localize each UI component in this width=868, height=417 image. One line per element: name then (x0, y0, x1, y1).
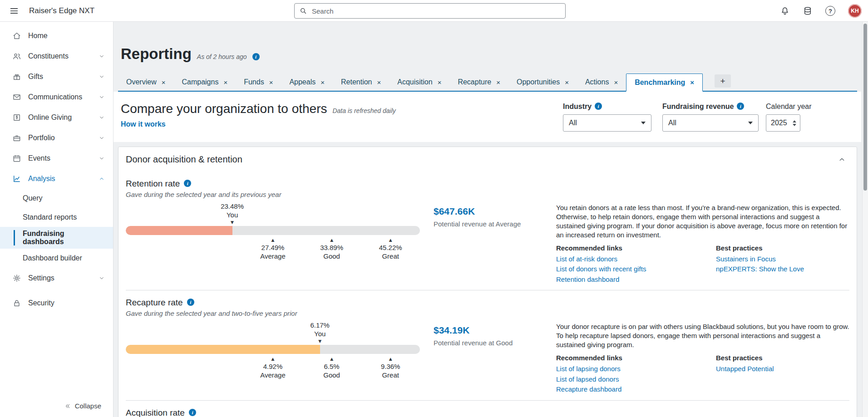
help-icon[interactable]: ? (825, 6, 835, 16)
best-practices-header: Best practices (716, 354, 774, 362)
chevron-down-icon (99, 74, 105, 80)
link-list-of-lapsed-donors[interactable]: List of lapsed donors (556, 375, 716, 384)
benchmark-section-acquisition: Acquisition rate i Gave first gift, or a… (118, 401, 857, 417)
sidebar-item-communications[interactable]: Communications (0, 87, 113, 107)
link-list-of-lapsing-donors[interactable]: List of lapsing donors (556, 364, 716, 373)
chevron-down-icon (99, 135, 105, 141)
sidebar-item-online-giving[interactable]: Online Giving (0, 107, 113, 128)
info-icon[interactable]: i (595, 103, 602, 110)
app-title: Raiser's Edge NXT (29, 6, 94, 15)
database-icon[interactable] (803, 6, 813, 16)
benchmark-chart: 6.17% You ▼ ▲ 4.92% Ave (126, 321, 420, 393)
potential-revenue-amount: $34.19K (434, 325, 542, 336)
double-chevron-left-icon (64, 403, 71, 409)
info-icon[interactable]: i (737, 103, 744, 110)
notifications-bell-icon[interactable] (780, 6, 790, 16)
tab-close-icon[interactable]: × (377, 78, 381, 86)
hamburger-menu-icon[interactable] (9, 6, 19, 16)
user-avatar[interactable]: KH (848, 4, 862, 18)
tab-close-icon[interactable]: × (438, 78, 442, 86)
tab-retention[interactable]: Retention × (333, 74, 389, 91)
link-retention-dashboard[interactable]: Retention dashboard (556, 275, 716, 284)
sidebar-item-analysis[interactable]: Analysis (0, 168, 113, 189)
benchmark-tick: ▲ 6.5% Good (323, 354, 340, 380)
section-description: You retain donors at a rate less than mo… (556, 203, 849, 240)
envelope-icon (12, 93, 21, 102)
tab-close-icon[interactable]: × (223, 78, 227, 86)
how-it-works-link[interactable]: How it works (121, 120, 166, 128)
tab-close-icon[interactable]: × (496, 78, 500, 86)
info-icon[interactable]: i (189, 409, 196, 416)
home-icon (12, 31, 21, 40)
chevron-down-icon (99, 114, 105, 121)
tab-benchmarking[interactable]: Benchmarking × (626, 74, 703, 92)
sidebar-item-security[interactable]: Security (0, 293, 113, 313)
tab-close-icon[interactable]: × (162, 78, 166, 86)
sidebar-item-home[interactable]: Home (0, 25, 113, 46)
sidebar-item-query[interactable]: Query (0, 189, 113, 208)
revenue-select[interactable]: All (662, 114, 759, 132)
tab-opportunities[interactable]: Opportunities × (508, 74, 577, 91)
tab-recapture[interactable]: Recapture × (449, 74, 508, 91)
calendar-icon (12, 154, 21, 163)
info-icon[interactable]: i (184, 180, 191, 187)
bar-fill (126, 226, 232, 235)
sidebar-item-events[interactable]: Events (0, 148, 113, 168)
compare-title: Compare your organization to others (121, 102, 327, 116)
calendar-year-input[interactable]: 2025 (766, 114, 800, 132)
section-title: Retention rate (126, 179, 180, 189)
tab-funds[interactable]: Funds × (236, 74, 281, 91)
link-npexperts-show-the-love[interactable]: npEXPERTS: Show the Love (716, 265, 804, 274)
dropdown-caret-icon (748, 122, 753, 124)
main-content: Reporting As of 2 hours ago i Overview ×… (113, 22, 861, 417)
card-title: Donor acquisition & retention (126, 154, 242, 165)
best-practices-header: Best practices (716, 244, 804, 252)
scrollbar-thumb[interactable] (863, 24, 867, 191)
tab-close-icon[interactable]: × (690, 78, 694, 86)
topbar: Raiser's Edge NXT ? KH (0, 0, 868, 22)
arrow-up-icon: ▲ (323, 357, 340, 361)
link-list-of-at-risk-donors[interactable]: List of at-risk donors (556, 255, 716, 264)
tab-close-icon[interactable]: × (321, 78, 325, 86)
link-list-of-donors-with-recent-gifts[interactable]: List of donors with recent gifts (556, 265, 716, 274)
sidebar-item-constituents[interactable]: Constituents (0, 46, 113, 66)
link-untapped-potential[interactable]: Untapped Potential (716, 364, 774, 373)
chevron-down-icon (99, 94, 105, 100)
revenue-label: Fundraising revenue (662, 103, 734, 111)
sidebar-item-gifts[interactable]: Gifts (0, 66, 113, 87)
benchmark-tick: ▲ 45.22% Great (379, 235, 402, 261)
arrow-up-icon: ▲ (260, 357, 286, 361)
tab-close-icon[interactable]: × (614, 78, 618, 86)
link-recapture-dashboard[interactable]: Recapture dashboard (556, 385, 716, 394)
sidebar-item-settings[interactable]: Settings (0, 268, 113, 288)
sidebar-item-fundraising-dashboards[interactable]: Fundraising dashboards (0, 227, 113, 249)
vertical-scrollbar[interactable] (862, 22, 868, 417)
chevron-up-icon (99, 176, 105, 182)
link-sustainers-in-focus[interactable]: Sustainers in Focus (716, 255, 804, 264)
sidebar-item-dashboard-builder[interactable]: Dashboard builder (0, 249, 113, 268)
tab-overview[interactable]: Overview × (118, 74, 173, 91)
info-icon[interactable]: i (187, 299, 194, 306)
search-input[interactable] (294, 3, 566, 19)
search-icon (299, 7, 307, 15)
you-marker: 23.48% You ▼ (221, 202, 244, 225)
industry-select[interactable]: All (563, 114, 651, 132)
sidebar-item-portfolio[interactable]: Portfolio (0, 128, 113, 148)
tab-actions[interactable]: Actions × (577, 74, 626, 91)
tab-close-icon[interactable]: × (565, 78, 569, 86)
tab-close-icon[interactable]: × (269, 78, 273, 86)
year-stepper[interactable] (793, 120, 796, 126)
info-icon[interactable]: i (252, 53, 260, 60)
tab-acquisition[interactable]: Acquisition × (389, 74, 449, 91)
collapse-section-chevron-up-icon[interactable] (838, 156, 846, 163)
sidebar-item-standard-reports[interactable]: Standard reports (0, 208, 113, 227)
tab-campaigns[interactable]: Campaigns × (173, 74, 236, 91)
benchmark-tick: ▲ 27.49% Average (260, 235, 286, 261)
donor-acquisition-retention-card: Donor acquisition & retention Retention … (118, 147, 857, 417)
tab-appeals[interactable]: Appeals × (281, 74, 333, 91)
sidebar-collapse-button[interactable]: Collapse (0, 402, 113, 410)
chevron-down-icon (99, 275, 105, 281)
arrow-up-icon: ▲ (260, 238, 286, 242)
chevron-down-icon (99, 155, 105, 162)
add-tab-button[interactable]: + (715, 74, 731, 88)
